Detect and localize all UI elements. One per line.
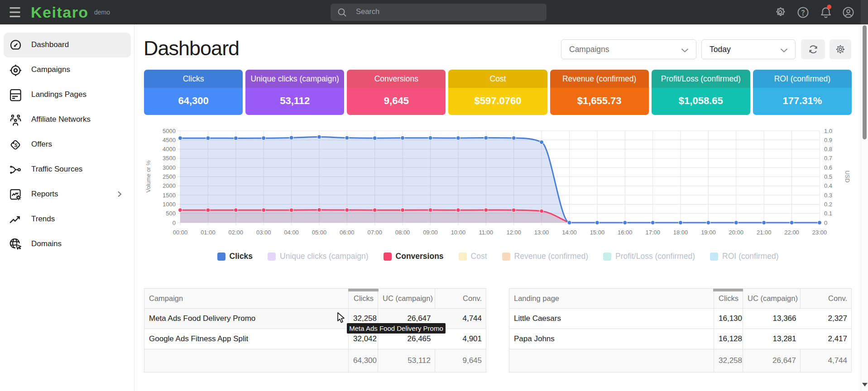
svg-text:16:00: 16:00 [618, 229, 633, 236]
svg-text:0.3: 0.3 [824, 192, 832, 199]
svg-text:USD: USD [844, 171, 850, 182]
svg-text:5000: 5000 [163, 128, 176, 134]
svg-text:0.1: 0.1 [824, 210, 832, 217]
svg-text:13:00: 13:00 [534, 229, 549, 236]
svg-text:0.9: 0.9 [824, 137, 832, 143]
svg-text:0.5: 0.5 [824, 173, 832, 180]
svg-text:1000: 1000 [163, 201, 176, 208]
svg-text:4000: 4000 [163, 146, 176, 153]
svg-text:14:00: 14:00 [562, 229, 577, 236]
svg-text:17:00: 17:00 [645, 229, 660, 236]
svg-text:19:00: 19:00 [701, 229, 716, 236]
svg-text:05:00: 05:00 [312, 229, 327, 236]
svg-text:3000: 3000 [163, 164, 176, 171]
svg-text:01:00: 01:00 [201, 229, 216, 236]
svg-text:0: 0 [173, 219, 176, 226]
svg-text:20:00: 20:00 [729, 229, 744, 236]
svg-text:0.6: 0.6 [824, 164, 832, 171]
svg-text:4500: 4500 [163, 137, 176, 143]
svg-text:2500: 2500 [163, 173, 176, 180]
svg-text:11:00: 11:00 [479, 229, 494, 236]
svg-text:0: 0 [824, 219, 827, 226]
svg-text:0.2: 0.2 [824, 201, 832, 208]
svg-text:23:00: 23:00 [812, 229, 827, 236]
svg-text:08:00: 08:00 [395, 229, 410, 236]
svg-text:500: 500 [166, 210, 176, 217]
svg-text:04:00: 04:00 [284, 229, 299, 236]
svg-text:02:00: 02:00 [229, 229, 244, 236]
svg-text:0.7: 0.7 [824, 155, 832, 162]
svg-text:2000: 2000 [163, 182, 176, 189]
svg-text:09:00: 09:00 [423, 229, 438, 236]
svg-text:12:00: 12:00 [506, 229, 521, 236]
svg-text:15:00: 15:00 [590, 229, 605, 236]
svg-text:?: ? [801, 9, 805, 16]
svg-text:0.4: 0.4 [824, 182, 832, 189]
svg-text:18:00: 18:00 [673, 229, 688, 236]
svg-text:S: S [14, 143, 17, 148]
svg-text:1.0: 1.0 [824, 128, 832, 134]
svg-text:0.8: 0.8 [824, 146, 832, 153]
svg-text:00:00: 00:00 [173, 229, 188, 236]
svg-text:Volume or %: Volume or % [145, 161, 152, 193]
svg-text:06:00: 06:00 [340, 229, 355, 236]
svg-text:3500: 3500 [163, 155, 176, 162]
svg-text:22:00: 22:00 [784, 229, 799, 236]
svg-text:07:00: 07:00 [367, 229, 382, 236]
svg-text:21:00: 21:00 [757, 229, 772, 236]
svg-text:03:00: 03:00 [256, 229, 271, 236]
svg-text:10:00: 10:00 [451, 229, 466, 236]
svg-text:1500: 1500 [163, 192, 176, 199]
